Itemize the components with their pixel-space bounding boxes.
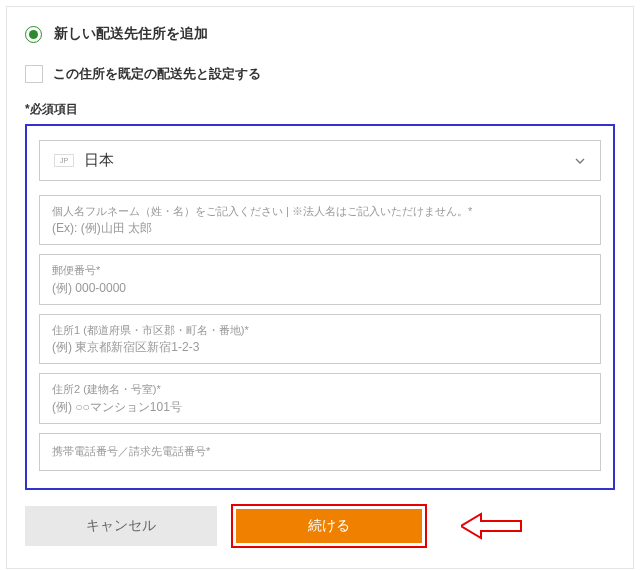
- address2-label: 住所2 (建物名・号室)*: [52, 382, 588, 397]
- phone-label: 携帯電話番号／請求先電話番号*: [52, 444, 588, 459]
- phone-field[interactable]: 携帯電話番号／請求先電話番号*: [39, 433, 601, 471]
- required-fields-note: *必須項目: [25, 101, 615, 118]
- postal-field[interactable]: 郵便番号* (例) 000-0000: [39, 254, 601, 304]
- postal-label: 郵便番号*: [52, 263, 588, 278]
- fullname-hint: (Ex): (例)山田 太郎: [52, 219, 588, 237]
- address2-hint: (例) ○○マンション101号: [52, 398, 588, 416]
- address-form-panel: 新しい配送先住所を追加 この住所を既定の配送先と設定する *必須項目 JP 日本…: [6, 6, 634, 569]
- flag-icon: JP: [54, 154, 74, 167]
- form-header: 新しい配送先住所を追加: [25, 25, 615, 43]
- postal-hint: (例) 000-0000: [52, 279, 588, 297]
- arrow-left-icon: [461, 512, 523, 540]
- form-fields-highlight: JP 日本 個人名フルネーム（姓・名）をご記入ください | ※法人名はご記入いた…: [25, 124, 615, 490]
- cancel-button[interactable]: キャンセル: [25, 506, 217, 546]
- default-address-checkbox[interactable]: [25, 65, 43, 83]
- default-address-label: この住所を既定の配送先と設定する: [53, 65, 261, 83]
- address1-label: 住所1 (都道府県・市区郡・町名・番地)*: [52, 323, 588, 338]
- continue-button[interactable]: 続ける: [236, 509, 422, 543]
- address2-field[interactable]: 住所2 (建物名・号室)* (例) ○○マンション101号: [39, 373, 601, 423]
- button-row: キャンセル 続ける: [25, 504, 615, 548]
- country-name: 日本: [84, 151, 564, 170]
- radio-selected-icon[interactable]: [25, 26, 42, 43]
- address1-hint: (例) 東京都新宿区新宿1-2-3: [52, 338, 588, 356]
- cancel-button-label: キャンセル: [86, 517, 156, 535]
- address1-field[interactable]: 住所1 (都道府県・市区郡・町名・番地)* (例) 東京都新宿区新宿1-2-3: [39, 314, 601, 364]
- fullname-label: 個人名フルネーム（姓・名）をご記入ください | ※法人名はご記入いただけません。…: [52, 204, 588, 219]
- continue-button-label: 続ける: [308, 517, 350, 535]
- continue-button-highlight: 続ける: [231, 504, 427, 548]
- default-address-row: この住所を既定の配送先と設定する: [25, 65, 615, 83]
- form-title: 新しい配送先住所を追加: [54, 25, 208, 43]
- chevron-down-icon: [574, 155, 586, 167]
- country-select[interactable]: JP 日本: [39, 140, 601, 181]
- fullname-field[interactable]: 個人名フルネーム（姓・名）をご記入ください | ※法人名はご記入いただけません。…: [39, 195, 601, 245]
